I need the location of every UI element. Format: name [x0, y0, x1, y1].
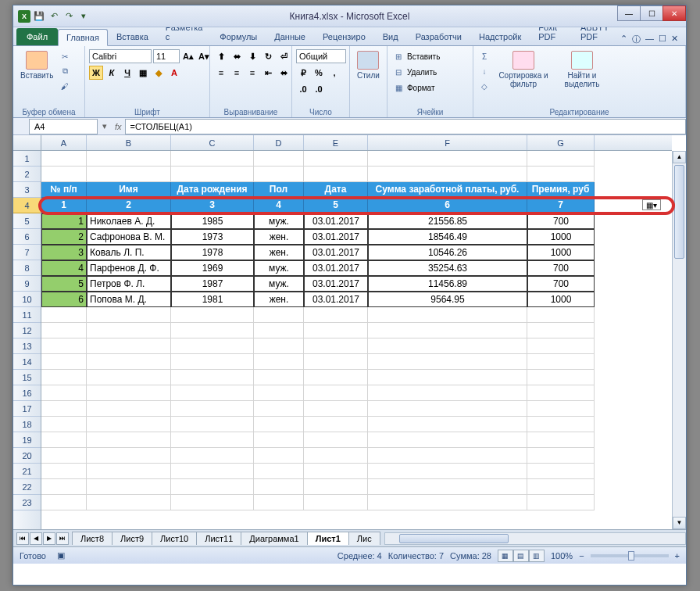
cell[interactable]: [304, 495, 368, 510]
merge-icon[interactable]: ⬌: [277, 66, 291, 80]
cell[interactable]: [368, 401, 527, 417]
row-header[interactable]: 21: [13, 464, 41, 479]
cell[interactable]: 3: [171, 198, 254, 213]
cell[interactable]: 6: [41, 292, 87, 307]
horizontal-scrollbar[interactable]: [384, 532, 686, 545]
cell[interactable]: [527, 370, 595, 385]
row-header[interactable]: 13: [13, 338, 41, 354]
cell[interactable]: 03.01.2017: [304, 245, 368, 260]
sheet-tab[interactable]: Диаграмма1: [241, 532, 307, 545]
tab-file[interactable]: Файл: [16, 28, 58, 45]
orientation-icon[interactable]: ↻: [261, 49, 275, 63]
minimize-button[interactable]: —: [617, 5, 641, 21]
font-color-icon[interactable]: A: [167, 66, 181, 80]
name-box[interactable]: A4: [29, 119, 98, 134]
cell[interactable]: [368, 495, 527, 510]
cell[interactable]: [87, 417, 171, 432]
cell[interactable]: [171, 323, 254, 338]
row-header[interactable]: 8: [13, 260, 41, 276]
fill-color-icon[interactable]: ◆: [152, 66, 166, 80]
cell[interactable]: 10546.26: [368, 245, 527, 260]
cell[interactable]: 1000: [527, 292, 595, 307]
sheet-tab[interactable]: Лист8: [72, 532, 112, 545]
doc-restore-icon[interactable]: ☐: [659, 34, 666, 45]
cut-icon[interactable]: ✂: [58, 49, 72, 63]
column-header[interactable]: A: [41, 135, 87, 150]
ribbon-minimize-icon[interactable]: ⌃: [620, 34, 627, 45]
insert-cells-icon[interactable]: ⊞: [391, 49, 405, 63]
font-size-select[interactable]: [153, 49, 180, 63]
shrink-font-icon[interactable]: A▾: [197, 49, 211, 63]
cell[interactable]: [171, 464, 254, 479]
cell[interactable]: [527, 354, 595, 370]
cell[interactable]: [368, 464, 527, 479]
grow-font-icon[interactable]: A▴: [181, 49, 195, 63]
cell[interactable]: [87, 479, 171, 495]
cell[interactable]: 1985: [171, 213, 254, 229]
cell[interactable]: [41, 495, 87, 510]
cell[interactable]: 5: [41, 276, 87, 292]
tab-formulas[interactable]: Формулы: [211, 28, 266, 45]
cell[interactable]: [254, 151, 304, 167]
row-header[interactable]: 19: [13, 432, 41, 448]
cell[interactable]: 1987: [171, 276, 254, 292]
doc-minimize-icon[interactable]: —: [645, 34, 654, 45]
align-left-icon[interactable]: ≡: [214, 66, 228, 80]
cell[interactable]: [41, 448, 87, 464]
cell[interactable]: 700: [527, 213, 595, 229]
cell[interactable]: [41, 432, 87, 448]
cell[interactable]: [171, 354, 254, 370]
cell[interactable]: [41, 464, 87, 479]
cell[interactable]: [41, 354, 87, 370]
cell[interactable]: [368, 354, 527, 370]
tab-addins[interactable]: Надстройк: [470, 28, 530, 45]
hscroll-thumb[interactable]: [399, 534, 509, 543]
cell[interactable]: [527, 338, 595, 354]
cell[interactable]: [368, 432, 527, 448]
cell[interactable]: [527, 307, 595, 323]
comma-icon[interactable]: ,: [327, 66, 341, 80]
cell[interactable]: 21556.85: [368, 213, 527, 229]
cell[interactable]: [304, 151, 368, 167]
cell[interactable]: 1969: [171, 260, 254, 276]
sort-filter-button[interactable]: Сортировка и фильтр: [493, 49, 554, 90]
cell[interactable]: [41, 307, 87, 323]
cell[interactable]: [254, 432, 304, 448]
cell[interactable]: 18546.49: [368, 229, 527, 245]
cell[interactable]: [304, 448, 368, 464]
cell[interactable]: [254, 370, 304, 385]
cell[interactable]: [254, 307, 304, 323]
cell[interactable]: [527, 448, 595, 464]
cell[interactable]: [171, 448, 254, 464]
cell[interactable]: [87, 167, 171, 182]
redo-icon[interactable]: ↷: [62, 10, 75, 23]
zoom-slider[interactable]: [591, 554, 669, 557]
insert-cells-label[interactable]: Вставить: [407, 52, 440, 61]
doc-close-icon[interactable]: ✕: [671, 34, 678, 45]
cell[interactable]: [304, 432, 368, 448]
column-header[interactable]: B: [87, 135, 171, 150]
cell[interactable]: [368, 307, 527, 323]
format-cells-label[interactable]: Формат: [407, 84, 435, 92]
tab-review[interactable]: Рецензиро: [314, 28, 374, 45]
cell[interactable]: [87, 432, 171, 448]
format-cells-icon[interactable]: ▦: [391, 81, 405, 95]
sheet-first-icon[interactable]: ⏮: [16, 532, 29, 545]
cell[interactable]: [304, 167, 368, 182]
row-header[interactable]: 14: [13, 354, 41, 370]
scroll-thumb[interactable]: [674, 165, 684, 259]
cell[interactable]: 4: [41, 260, 87, 276]
row-header[interactable]: 15: [13, 370, 41, 385]
cell[interactable]: [527, 417, 595, 432]
cell[interactable]: 1981: [171, 292, 254, 307]
tab-developer[interactable]: Разработчи: [407, 28, 470, 45]
column-header[interactable]: F: [368, 135, 527, 150]
cell[interactable]: 03.01.2017: [304, 229, 368, 245]
cell[interactable]: 2: [41, 229, 87, 245]
cell[interactable]: Парфенов Д. Ф.: [87, 260, 171, 276]
cell[interactable]: [41, 401, 87, 417]
cell[interactable]: [527, 495, 595, 510]
cell[interactable]: Сумма заработной платы, руб.: [368, 182, 527, 198]
fill-icon[interactable]: ↓: [477, 64, 491, 78]
fx-icon[interactable]: fx: [112, 122, 125, 131]
